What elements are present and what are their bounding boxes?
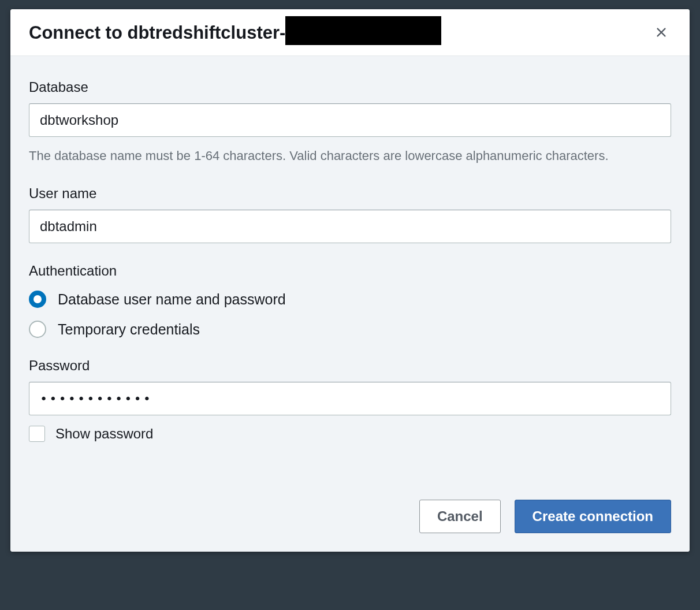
database-input[interactable] (29, 103, 671, 137)
auth-option-temporary[interactable]: Temporary credentials (29, 321, 671, 338)
connect-modal: Connect to dbtredshiftcluster- Database … (10, 9, 690, 552)
modal-title-wrap: Connect to dbtredshiftcluster- (29, 21, 441, 45)
username-label: User name (29, 185, 671, 202)
username-input[interactable] (29, 210, 671, 243)
database-hint: The database name must be 1-64 character… (29, 146, 671, 166)
auth-option-temporary-label: Temporary credentials (58, 321, 200, 338)
authentication-label: Authentication (29, 263, 671, 279)
password-input[interactable] (29, 382, 671, 415)
cancel-button[interactable]: Cancel (419, 500, 501, 533)
authentication-radio-list: Database user name and password Temporar… (29, 291, 671, 338)
database-label: Database (29, 79, 671, 95)
radio-selected-icon (29, 291, 46, 308)
modal-footer: Cancel Create connection (10, 442, 690, 552)
redacted-cluster-suffix (285, 16, 441, 45)
auth-option-userpass-label: Database user name and password (58, 291, 286, 308)
checkbox-unchecked-icon (29, 426, 45, 442)
username-field-group: User name (29, 185, 671, 243)
password-label: Password (29, 358, 671, 374)
show-password-label: Show password (55, 426, 153, 442)
modal-backdrop: Connect to dbtredshiftcluster- Database … (0, 0, 700, 610)
password-field-group: Password Show password (29, 358, 671, 442)
show-password-toggle[interactable]: Show password (29, 426, 671, 442)
close-button[interactable] (651, 23, 671, 44)
auth-option-userpass[interactable]: Database user name and password (29, 291, 671, 308)
modal-body: Database The database name must be 1-64 … (10, 56, 690, 442)
modal-title: Connect to dbtredshiftcluster- (29, 23, 285, 43)
close-icon (655, 26, 668, 40)
authentication-field-group: Authentication Database user name and pa… (29, 263, 671, 338)
modal-header: Connect to dbtredshiftcluster- (10, 9, 690, 56)
create-connection-button[interactable]: Create connection (515, 500, 671, 533)
radio-unselected-icon (29, 321, 46, 338)
database-field-group: Database The database name must be 1-64 … (29, 79, 671, 166)
